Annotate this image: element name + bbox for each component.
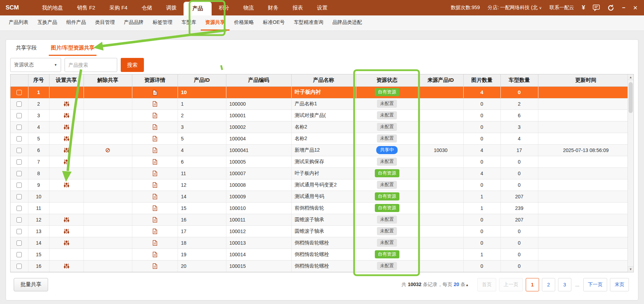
- batch-share-button[interactable]: 批量共享: [14, 278, 48, 291]
- subnav-item-3[interactable]: 类目管理: [91, 15, 119, 31]
- table-row[interactable]: 32100001测试对接产品(未配置06: [11, 110, 633, 121]
- row-checkbox[interactable]: [16, 229, 22, 234]
- scroll-down-icon[interactable]: ▼: [628, 266, 633, 272]
- subnav-item-2[interactable]: 组件产品: [62, 15, 91, 31]
- subnav-item-5[interactable]: 标签管理: [148, 15, 177, 31]
- set-share-sliders-icon[interactable]: [64, 182, 69, 188]
- page-button-7[interactable]: 末页: [610, 278, 629, 291]
- row-checkbox[interactable]: [16, 194, 22, 199]
- document-icon[interactable]: [153, 147, 157, 153]
- subnav-item-10[interactable]: 车型精准查询: [289, 15, 328, 31]
- chat-icon[interactable]: [593, 5, 600, 11]
- table-row[interactable]: 811100007叶子板内衬自有资源40: [11, 167, 633, 179]
- tab-1[interactable]: 图片/车型资源共享: [49, 45, 97, 56]
- table-row[interactable]: 1317100012圆锥滚子轴承未配置00: [11, 225, 633, 237]
- table-row[interactable]: 1418100013倒档惰齿轮螺栓未配置00: [11, 237, 633, 249]
- document-icon[interactable]: [153, 136, 157, 141]
- table-row[interactable]: 1216100011圆锥滚子轴承未配置0207: [11, 214, 633, 225]
- product-search-input[interactable]: [65, 58, 117, 72]
- document-icon[interactable]: [153, 90, 157, 95]
- topnav-item-4[interactable]: 调拨: [159, 0, 184, 15]
- row-checkbox[interactable]: [16, 159, 22, 165]
- topnav-item-7[interactable]: 物流: [236, 0, 261, 15]
- tab-0[interactable]: 共享字段: [14, 45, 39, 56]
- scroll-up-icon[interactable]: ▲: [628, 74, 633, 80]
- topnav-item-1[interactable]: 销售 F2: [70, 0, 102, 15]
- subnav-item-9[interactable]: 标准OE号: [258, 15, 289, 31]
- subnav-item-0[interactable]: 产品列表: [4, 15, 33, 31]
- search-button[interactable]: 搜索: [121, 58, 144, 72]
- row-checkbox[interactable]: [16, 183, 22, 188]
- row-checkbox[interactable]: [16, 171, 22, 176]
- set-share-sliders-icon[interactable]: [64, 101, 69, 107]
- row-checkbox[interactable]: [16, 217, 22, 223]
- table-row[interactable]: 1519100014倒档惰齿轮螺栓自有资源10: [11, 249, 633, 260]
- table-row[interactable]: 1115100010前倒档惰齿轮自有资源1239: [11, 202, 633, 214]
- table-row[interactable]: 110叶子板内衬自有资源40: [11, 86, 633, 98]
- topnav-item-10[interactable]: 设置: [310, 0, 334, 15]
- row-checkbox[interactable]: [16, 113, 22, 118]
- row-checkbox[interactable]: [16, 148, 22, 153]
- row-checkbox[interactable]: [16, 136, 22, 141]
- close-button[interactable]: ✕: [633, 5, 638, 11]
- set-share-sliders-icon[interactable]: [64, 229, 69, 234]
- row-checkbox[interactable]: [16, 101, 22, 107]
- row-checkbox[interactable]: [16, 264, 22, 269]
- row-checkbox[interactable]: [16, 90, 22, 95]
- unlink-icon[interactable]: [105, 147, 111, 153]
- topnav-item-3[interactable]: 仓储: [134, 0, 159, 15]
- document-icon[interactable]: [153, 240, 157, 246]
- per-page-caret-icon[interactable]: ▲: [465, 283, 469, 287]
- topnav-item-0[interactable]: 我的地盘: [35, 0, 70, 15]
- document-icon[interactable]: [153, 229, 157, 234]
- per-page-value[interactable]: 20: [454, 282, 459, 287]
- document-icon[interactable]: [153, 182, 157, 188]
- subnav-item-6[interactable]: 车型库: [177, 15, 201, 31]
- document-icon[interactable]: [153, 194, 157, 199]
- subnav-item-1[interactable]: 互换产品: [33, 15, 62, 31]
- set-share-sliders-icon[interactable]: [64, 113, 69, 118]
- minimize-button[interactable]: −: [622, 5, 625, 11]
- topnav-item-8[interactable]: 财务: [261, 0, 285, 15]
- set-share-sliders-icon[interactable]: [64, 136, 69, 141]
- document-icon[interactable]: [153, 101, 157, 107]
- subnav-item-11[interactable]: 品牌品类适配: [328, 15, 366, 31]
- document-icon[interactable]: [153, 205, 157, 211]
- scrollbar-thumb[interactable]: [629, 82, 633, 113]
- row-checkbox[interactable]: [16, 252, 22, 257]
- row-checkbox[interactable]: [16, 206, 22, 211]
- document-icon[interactable]: [153, 263, 157, 269]
- table-row[interactable]: 1014100009测试通用号码自有资源1207: [11, 191, 633, 202]
- page-button-1[interactable]: 1: [526, 278, 539, 291]
- topnav-item-2[interactable]: 采购 F4: [102, 0, 134, 15]
- set-share-sliders-icon[interactable]: [64, 263, 69, 269]
- document-icon[interactable]: [153, 124, 157, 130]
- row-checkbox[interactable]: [16, 125, 22, 130]
- topnav-item-9[interactable]: 报表: [285, 0, 310, 15]
- table-row[interactable]: 55100004名称2未配置04: [11, 133, 633, 144]
- page-button-2[interactable]: 2: [542, 278, 555, 291]
- page-button-3[interactable]: 3: [558, 278, 571, 291]
- page-button-0[interactable]: 首页: [477, 278, 496, 291]
- set-share-sliders-icon[interactable]: [64, 124, 69, 130]
- row-checkbox[interactable]: [16, 240, 22, 246]
- page-button-6[interactable]: 下一页: [583, 278, 607, 291]
- set-share-sliders-icon[interactable]: [64, 159, 69, 165]
- currency-icon[interactable]: ¥: [582, 4, 585, 11]
- refresh-icon[interactable]: [608, 5, 614, 11]
- document-icon[interactable]: [153, 171, 157, 176]
- contact-link[interactable]: 联系一配云: [550, 5, 574, 11]
- subnav-item-8[interactable]: 价格策略: [230, 15, 258, 31]
- set-share-sliders-icon[interactable]: [64, 147, 69, 153]
- document-icon[interactable]: [153, 159, 157, 165]
- table-row[interactable]: 21100000产品名称1未配置02: [11, 98, 633, 110]
- topnav-item-5[interactable]: 产品: [184, 2, 212, 15]
- page-button-1[interactable]: 上一页: [499, 278, 523, 291]
- table-row[interactable]: 641000041新增产品12共享中100304172025-07-13 08:…: [11, 144, 633, 156]
- table-row[interactable]: 76100005测试采购保存未配置00: [11, 156, 633, 167]
- document-icon[interactable]: [153, 217, 157, 223]
- branch-selector[interactable]: 分店: 一配网络科技 (北 ∨: [487, 5, 542, 11]
- document-icon[interactable]: [153, 252, 157, 257]
- resource-status-dropdown[interactable]: 资源状态 ▼: [10, 58, 61, 72]
- set-share-sliders-icon[interactable]: [64, 240, 69, 246]
